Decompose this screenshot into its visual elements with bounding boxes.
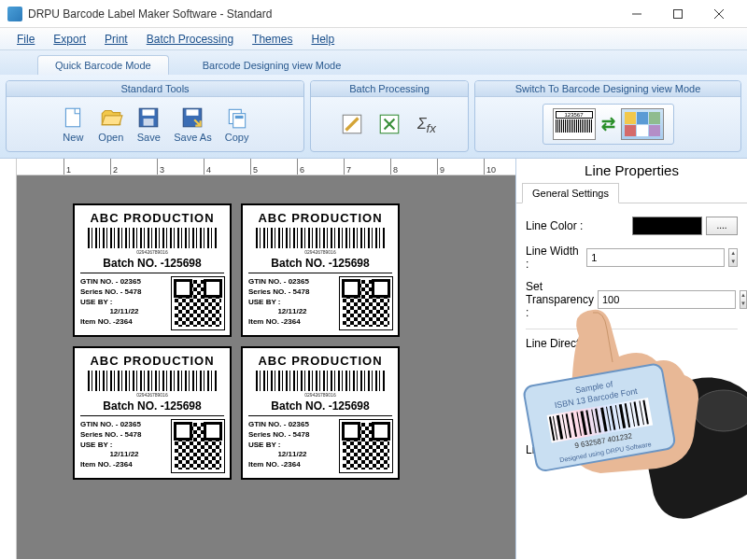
barcode-label[interactable]: ABC PRODUCTION 029426789016 Batch NO. -1… [241,346,400,480]
batch-fx-button[interactable]: Σfx [415,112,439,136]
barcode-1d [88,228,217,248]
row-line-color: Line Color : .... [526,217,738,235]
tab-design-mode[interactable]: Barcode Designing view Mode [186,56,359,75]
mode-tabs: Quick Barcode Mode Barcode Designing vie… [0,50,747,75]
color-picker-button[interactable]: .... [706,217,738,235]
ribbon: Standard Tools New Open Save Save As Cop… [0,75,747,159]
label-title: ABC PRODUCTION [80,211,224,225]
copy-button[interactable]: Copy [225,105,249,143]
color-swatch[interactable] [632,217,702,235]
saveas-button[interactable]: Save As [174,105,211,143]
svg-rect-1 [674,9,683,18]
tab-quick-mode[interactable]: Quick Barcode Mode [37,55,169,75]
batch-excel-button[interactable] [377,112,402,136]
tab-general-settings[interactable]: General Settings [522,183,619,203]
spinner[interactable]: ▲▼ [728,248,738,267]
menubar: File Export Print Batch Processing Theme… [0,28,747,50]
switch-mode-button[interactable]: 123567 ⇄ [543,104,674,145]
barcode-label[interactable]: ABC PRODUCTION 029426789016 Batch NO. -1… [241,203,400,337]
minimize-button[interactable] [616,1,657,27]
qr-code [172,277,224,329]
menu-batch[interactable]: Batch Processing [137,31,243,48]
menu-themes[interactable]: Themes [243,31,302,48]
row-line-width: Line Width : ▲▼ [526,245,738,271]
open-button[interactable]: Open [98,105,123,143]
ruler-vertical [0,159,17,559]
row-line-direction: Line Direction [526,337,738,350]
properties-panel: Line Properties General Settings Line Co… [515,159,747,559]
swap-arrows-icon: ⇄ [601,114,615,134]
mini-design-icon [621,108,664,140]
titlebar: DRPU Barcode Label Maker Software - Stan… [0,0,747,28]
spinner[interactable]: ▲▼ [740,290,747,309]
line-width-input[interactable] [586,248,725,267]
svg-rect-4 [66,108,80,127]
ribbon-switch-mode: Switch To Barcode Designing view Mode 12… [474,80,741,152]
ribbon-group-title: Switch To Barcode Designing view Mode [475,81,740,97]
svg-rect-12 [234,116,243,119]
menu-file[interactable]: File [7,31,44,48]
ribbon-standard-tools: Standard Tools New Open Save Save As Cop… [6,80,304,152]
transparency-input[interactable] [598,290,736,309]
svg-rect-9 [187,109,199,116]
label-info: GTIN NO. - 02365Series NO. - 5478 USE BY… [80,277,168,329]
new-button[interactable]: New [61,105,85,143]
svg-rect-7 [144,119,154,126]
barcode-label[interactable]: ABC PRODUCTION 029426789016 Batch NO. -1… [73,346,232,480]
ruler-horizontal: 1 2 3 4 5 6 7 8 9 10 [17,159,515,175]
label-grid: ABC PRODUCTION 029426789016 Batch NO. -1… [73,203,515,480]
window-title: DRPU Barcode Label Maker Software - Stan… [28,7,616,21]
row-transparency: Set Transparency : ▲▼ [526,280,738,319]
barcode-label[interactable]: ABC PRODUCTION 029426789016 Batch NO. -1… [73,203,232,337]
svg-rect-6 [143,109,155,116]
ribbon-group-title: Standard Tools [7,81,303,97]
work-area: 1 2 3 4 5 6 7 8 9 10 ABC PRODUCTION 0294… [0,159,747,559]
panel-tabs: General Settings [516,182,747,203]
mini-barcode-icon: 123567 [553,108,596,140]
batch-edit-button[interactable] [340,112,364,136]
menu-help[interactable]: Help [302,31,344,48]
maximize-button[interactable] [657,1,698,27]
app-icon [7,7,22,21]
batch-number: Batch NO. -125698 [80,257,224,273]
canvas[interactable]: ABC PRODUCTION 029426789016 Batch NO. -1… [17,175,515,559]
ribbon-batch: Batch Processing Σfx [310,80,469,152]
menu-export[interactable]: Export [44,31,95,48]
close-button[interactable] [698,1,740,27]
ribbon-group-title: Batch Processing [311,81,468,97]
menu-print[interactable]: Print [95,31,137,48]
panel-title: Line Properties [516,159,747,182]
save-button[interactable]: Save [136,105,161,143]
row-end-cap: Line End Cap : [526,443,738,456]
